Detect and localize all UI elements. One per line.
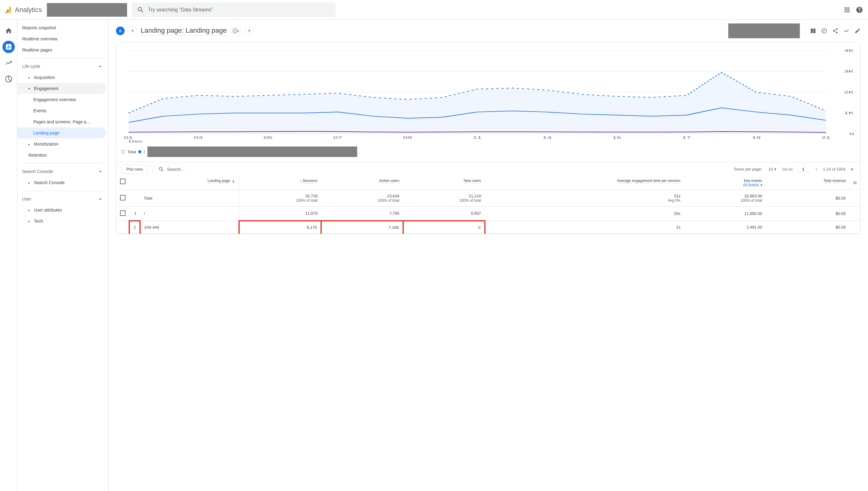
svg-text:03: 03 [194, 136, 203, 139]
sidebar-reports-snapshot[interactable]: Reports snapshot [17, 22, 108, 33]
rows-per-page-label: Rows per page: [734, 167, 762, 172]
data-table: Landing page + ↓Sessions Active users Ne… [116, 176, 860, 234]
report-card: 01K2K3K4K0103050709111315171921Dec Total… [116, 42, 861, 234]
svg-text:11: 11 [473, 136, 482, 139]
goto-label: Go to: [783, 167, 793, 172]
app-name: Analytics [15, 6, 42, 14]
row-checkbox[interactable] [120, 195, 125, 200]
sidebar-retention[interactable]: Retention [17, 150, 108, 161]
legend-slash-marker [138, 150, 141, 153]
table-toolbar: Plot rows Search… Rows per page: 10 ▾ Go… [116, 162, 860, 176]
compare-icon[interactable] [810, 28, 816, 34]
top-bar: Analytics Try searching "Data Streams" [0, 0, 868, 20]
sidebar-search-console-item[interactable]: ▸Search Console [17, 177, 108, 188]
rail-advertising[interactable] [2, 73, 15, 85]
rail-explore[interactable] [2, 57, 15, 69]
svg-text:19: 19 [752, 136, 761, 139]
add-dimension-button[interactable]: + [245, 27, 254, 35]
prev-page-icon[interactable] [813, 166, 819, 172]
apps-icon[interactable] [843, 6, 851, 13]
search-placeholder: Try searching "Data Streams" [148, 7, 213, 12]
sidebar-events[interactable]: Events [17, 105, 108, 116]
goto-input[interactable] [797, 166, 809, 172]
sidebar-monetization[interactable]: ▸Monetization [17, 139, 108, 150]
sidebar-engagement[interactable]: ▾Engagement [17, 83, 106, 94]
svg-text:1K: 1K [844, 111, 854, 115]
col-landing-page[interactable]: Landing page [208, 179, 230, 183]
add-segment-button[interactable]: + [128, 27, 137, 35]
svg-text:07: 07 [334, 136, 342, 139]
sidebar-pages-screens[interactable]: Pages and screens: Page p… [17, 116, 108, 127]
caret-down-icon: ▾ [774, 167, 776, 172]
sidebar-section-search-console[interactable]: Search Console [17, 166, 108, 177]
svg-text:15: 15 [612, 136, 621, 139]
plot-rows-button[interactable]: Plot rows [121, 165, 148, 174]
sidebar-section-lifecycle[interactable]: Life cycle [17, 61, 108, 72]
segment-avatar[interactable]: A [116, 27, 125, 35]
svg-text:17: 17 [682, 136, 691, 139]
property-selector-redacted[interactable] [47, 3, 127, 17]
line-chart: 01K2K3K4K0103050709111315171921Dec [121, 48, 855, 143]
ai-label[interactable]: AI [853, 181, 857, 185]
sidebar-landing-page[interactable]: Landing page [17, 127, 106, 139]
table-row[interactable]: 2 (not set) 8,175 7,189 0 1s 1,491.00 $0… [116, 221, 860, 234]
svg-text:05: 05 [263, 136, 272, 139]
sidebar-tech[interactable]: ▸Tech [17, 215, 108, 227]
col-revenue[interactable]: Total revenue [823, 179, 846, 183]
help-icon[interactable] [856, 6, 863, 13]
nav-rail [0, 20, 17, 491]
sidebar-acquisition[interactable]: ▸Acquisition [17, 72, 108, 83]
svg-text:2K: 2K [844, 90, 854, 94]
col-active-users[interactable]: Active users [379, 179, 399, 183]
content-body: 01K2K3K4K0103050709111315171921Dec Total… [109, 42, 868, 491]
search-icon [158, 166, 165, 172]
select-all-checkbox[interactable] [120, 179, 125, 184]
chart-area: 01K2K3K4K0103050709111315171921Dec [116, 42, 860, 144]
edit-icon[interactable] [855, 28, 861, 34]
main-layout: Reports snapshot Realtime overview Realt… [0, 20, 868, 491]
insights-icon[interactable] [821, 28, 827, 34]
sidebar-realtime-overview[interactable]: Realtime overview [17, 33, 108, 45]
page-title[interactable]: Landing page: Landing page [141, 27, 227, 35]
top-right-controls [843, 6, 863, 13]
sidebar-engagement-overview[interactable]: Engagement overview [17, 94, 108, 105]
row-checkbox[interactable] [120, 210, 125, 216]
legend-total-marker [121, 150, 125, 153]
caret-down-icon: ▾ [237, 29, 239, 33]
col-new-users[interactable]: New users [464, 179, 481, 183]
content-header: A + Landing page: Landing page ▾ + [109, 20, 868, 42]
next-page-icon[interactable] [849, 166, 855, 172]
divider [22, 58, 103, 58]
legend-slash-label: / [144, 150, 145, 154]
search-bar[interactable]: Try searching "Data Streams" [132, 2, 336, 17]
sidebar-section-user[interactable]: User [17, 193, 108, 204]
trend-icon[interactable] [843, 28, 849, 34]
rows-per-page-select[interactable]: 10 ▾ [766, 166, 779, 173]
chart-legend: Total / [116, 144, 860, 162]
logo[interactable]: Analytics [5, 6, 42, 14]
chevron-up-icon [97, 196, 103, 202]
sidebar-realtime-pages[interactable]: Realtime pages [17, 45, 108, 56]
col-sessions[interactable]: Sessions [302, 179, 318, 183]
svg-text:Dec: Dec [128, 139, 143, 143]
table-search[interactable]: Search… [158, 166, 238, 172]
col-avg-engagement[interactable]: Average engagement time per session [617, 179, 681, 183]
add-dimension-icon[interactable]: + [232, 179, 235, 185]
check-circle-icon [233, 28, 237, 33]
chevron-up-icon [97, 63, 103, 69]
key-events-filter[interactable]: All events▾ [688, 183, 762, 187]
analytics-logo-icon [5, 6, 12, 13]
legend-redacted [147, 146, 357, 157]
sort-arrow-icon: ↓ [299, 179, 301, 183]
svg-text:3K: 3K [844, 70, 854, 74]
sidebar-user-attributes[interactable]: ▸User attributes [17, 204, 108, 215]
rail-reports[interactable] [2, 41, 15, 53]
date-range-redacted[interactable] [728, 24, 800, 38]
divider [22, 163, 103, 164]
table-total-row: Total 32,716100% of total 23,634100% of … [116, 190, 860, 207]
share-icon[interactable] [832, 28, 838, 34]
table-row[interactable]: 1 / 11,879 7,790 6,607 25s 11,950.00 $0.… [116, 207, 860, 221]
legend-total-label: Total [127, 150, 136, 154]
status-badge[interactable]: ▾ [230, 27, 241, 34]
rail-home[interactable] [2, 25, 15, 37]
